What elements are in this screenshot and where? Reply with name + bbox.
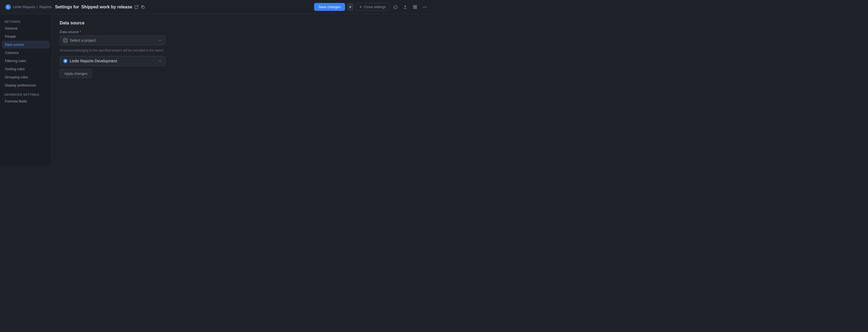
upload-icon bbox=[403, 5, 407, 9]
view-icon bbox=[413, 5, 417, 9]
sidebar-item-label: General bbox=[5, 26, 18, 30]
sidebar-item-label: Filtering rules bbox=[5, 59, 26, 63]
selected-project-value: Limbr Reports Development bbox=[70, 59, 117, 63]
reset-icon bbox=[393, 5, 398, 9]
advanced-section-label: Advanced Settings bbox=[2, 90, 50, 97]
header-right: Save changes ▾ ✕ Close settings bbox=[314, 3, 429, 11]
hint-text: All issues belonging to the specified pr… bbox=[60, 48, 426, 52]
page-title: Settings for Shipped work by release bbox=[55, 5, 145, 9]
sidebar-item-label: Sorting rules bbox=[5, 67, 25, 71]
close-settings-button[interactable]: ✕ Close settings bbox=[355, 3, 390, 11]
project-select[interactable]: Select a project bbox=[60, 35, 165, 45]
svg-point-7 bbox=[426, 6, 427, 7]
svg-rect-0 bbox=[142, 6, 144, 8]
breadcrumb-separator: / bbox=[37, 5, 38, 9]
copy-link-icon[interactable] bbox=[141, 5, 145, 9]
more-button[interactable] bbox=[421, 3, 429, 11]
svg-point-5 bbox=[423, 6, 424, 7]
settings-section-label: Settings bbox=[2, 19, 50, 24]
selected-project-dropdown[interactable]: Limbr Reports Development bbox=[60, 56, 165, 66]
select-project-inner: Limbr Reports Development bbox=[63, 59, 117, 63]
upload-button[interactable] bbox=[401, 3, 409, 11]
save-dropdown-button[interactable]: ▾ bbox=[347, 3, 353, 11]
view-button[interactable] bbox=[411, 3, 419, 11]
more-icon bbox=[423, 5, 427, 9]
select-placeholder: Select a project bbox=[70, 38, 96, 42]
sidebar-item-people[interactable]: People bbox=[2, 33, 50, 40]
apply-changes-button[interactable]: Apply changes bbox=[60, 69, 92, 78]
sidebar-item-label: Display preferences bbox=[5, 83, 36, 87]
reset-button[interactable] bbox=[392, 3, 399, 11]
chevron-down-icon bbox=[158, 59, 162, 63]
sidebar-item-data-source[interactable]: Data source bbox=[2, 41, 50, 48]
external-link-icon[interactable] bbox=[134, 5, 138, 9]
layout: Settings General People Data source Colu… bbox=[0, 14, 434, 166]
header: L Limbr Reports / Reports Settings for S… bbox=[0, 0, 434, 14]
svg-rect-2 bbox=[415, 5, 416, 7]
page-title-prefix: Settings for bbox=[55, 5, 79, 9]
dropdown-arrow: ▾ bbox=[349, 5, 351, 9]
close-label: Close settings bbox=[364, 5, 386, 9]
svg-rect-1 bbox=[413, 5, 415, 7]
sidebar-item-label: Data source bbox=[5, 42, 24, 46]
sidebar-item-label: Columns bbox=[5, 51, 19, 55]
section-title: Data source bbox=[60, 21, 426, 26]
sidebar-item-sorting-rules[interactable]: Sorting rules bbox=[2, 65, 50, 73]
sidebar-item-grouping-rules[interactable]: Grouping rules bbox=[2, 73, 50, 81]
sidebar-item-formula-fields[interactable]: Formula fields bbox=[2, 97, 50, 105]
svg-rect-8 bbox=[64, 39, 66, 41]
app-logo: L bbox=[5, 4, 11, 10]
sidebar: Settings General People Data source Colu… bbox=[0, 14, 52, 166]
chevron-down-icon bbox=[158, 38, 162, 42]
sidebar-item-display-preferences[interactable]: Display preferences bbox=[2, 81, 50, 89]
breadcrumb-app[interactable]: Limbr Reports bbox=[13, 5, 35, 9]
select-inner: Select a project bbox=[63, 38, 96, 42]
sidebar-item-label: Formula fields bbox=[5, 99, 27, 103]
header-left: L Limbr Reports / Reports Settings for S… bbox=[5, 4, 145, 10]
main-content: Data source Data source* Select a projec… bbox=[52, 14, 434, 166]
sidebar-item-label: Grouping rules bbox=[5, 75, 28, 79]
svg-point-6 bbox=[425, 6, 425, 7]
svg-rect-4 bbox=[415, 7, 416, 9]
sidebar-item-columns[interactable]: Columns bbox=[2, 49, 50, 57]
page-title-main: Shipped work by release bbox=[82, 5, 132, 9]
breadcrumb: Limbr Reports / Reports bbox=[13, 5, 52, 9]
sidebar-item-label: People bbox=[5, 34, 16, 38]
data-source-label: Data source* bbox=[60, 30, 426, 34]
required-marker: * bbox=[80, 30, 81, 34]
sidebar-item-filtering-rules[interactable]: Filtering rules bbox=[2, 57, 50, 65]
save-button[interactable]: Save changes bbox=[314, 3, 345, 11]
breadcrumb-section[interactable]: Reports bbox=[39, 5, 52, 9]
svg-rect-3 bbox=[413, 7, 415, 9]
project-icon bbox=[63, 38, 67, 42]
sidebar-item-general[interactable]: General bbox=[2, 24, 50, 32]
active-project-icon bbox=[63, 59, 67, 63]
close-icon: ✕ bbox=[359, 5, 362, 9]
